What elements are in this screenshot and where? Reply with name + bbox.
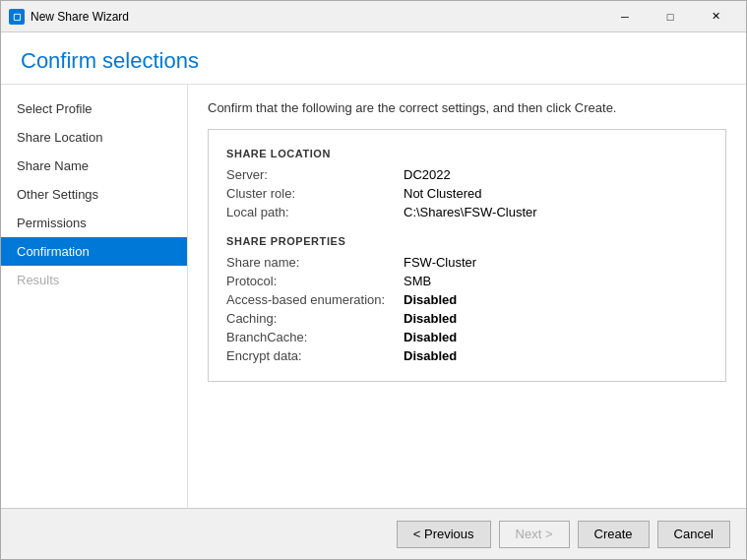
- maximize-button[interactable]: □: [648, 1, 693, 32]
- header-section: Confirm selections: [1, 32, 746, 85]
- create-button[interactable]: Create: [578, 521, 650, 548]
- prop-abe: Access-based enumeration: Disabled: [226, 292, 708, 307]
- prop-server-value: DC2022: [404, 167, 451, 182]
- next-button[interactable]: Next >: [499, 521, 570, 548]
- sidebar-item-select-profile[interactable]: Select Profile: [1, 94, 187, 123]
- prop-server-label: Server:: [226, 167, 404, 182]
- prop-share-name-value: FSW-Cluster: [404, 255, 476, 270]
- prop-encrypt-data-value: Disabled: [404, 348, 457, 363]
- prop-caching-label: Caching:: [226, 311, 404, 326]
- prop-branchcache: BranchCache: Disabled: [226, 330, 708, 344]
- sidebar-item-results: Results: [1, 266, 187, 294]
- prop-caching-value: Disabled: [404, 311, 457, 326]
- wizard-window: ▢ New Share Wizard ─ □ ✕ Confirm selecti…: [0, 0, 747, 560]
- prop-local-path-value: C:\Shares\FSW-Cluster: [404, 205, 537, 219]
- prop-cluster-role-value: Not Clustered: [404, 186, 481, 201]
- prop-protocol: Protocol: SMB: [226, 274, 708, 288]
- sidebar-item-other-settings[interactable]: Other Settings: [1, 180, 187, 209]
- prop-abe-value: Disabled: [404, 292, 457, 307]
- main-body: Select Profile Share Location Share Name…: [1, 85, 746, 508]
- previous-button[interactable]: < Previous: [397, 521, 491, 548]
- prop-share-name-label: Share name:: [226, 255, 404, 270]
- window-controls: ─ □ ✕: [602, 1, 738, 32]
- prop-abe-label: Access-based enumeration:: [226, 292, 404, 307]
- prop-cluster-role: Cluster role: Not Clustered: [226, 186, 708, 201]
- page-title: Confirm selections: [21, 48, 726, 74]
- prop-local-path-label: Local path:: [226, 205, 404, 219]
- prop-encrypt-data-label: Encrypt data:: [226, 348, 404, 363]
- close-button[interactable]: ✕: [693, 1, 738, 32]
- app-icon: ▢: [9, 9, 25, 25]
- confirmation-box: SHARE LOCATION Server: DC2022 Cluster ro…: [208, 129, 726, 382]
- share-properties-header: SHARE PROPERTIES: [226, 235, 708, 247]
- window-title: New Share Wizard: [31, 10, 602, 24]
- prop-server: Server: DC2022: [226, 167, 708, 182]
- prop-local-path: Local path: C:\Shares\FSW-Cluster: [226, 205, 708, 219]
- share-location-header: SHARE LOCATION: [226, 148, 708, 159]
- prop-cluster-role-label: Cluster role:: [226, 186, 404, 201]
- prop-protocol-value: SMB: [404, 274, 431, 288]
- title-bar: ▢ New Share Wizard ─ □ ✕: [1, 1, 746, 32]
- cancel-button[interactable]: Cancel: [657, 521, 730, 548]
- content-area: Confirm selections Select Profile Share …: [1, 32, 746, 559]
- prop-encrypt-data: Encrypt data: Disabled: [226, 348, 708, 363]
- sidebar-item-permissions[interactable]: Permissions: [1, 209, 187, 237]
- sidebar: Select Profile Share Location Share Name…: [1, 85, 188, 508]
- minimize-button[interactable]: ─: [602, 1, 648, 32]
- prop-share-name: Share name: FSW-Cluster: [226, 255, 708, 270]
- sidebar-item-confirmation[interactable]: Confirmation: [1, 237, 187, 266]
- intro-text: Confirm that the following are the corre…: [208, 100, 726, 115]
- footer: < Previous Next > Create Cancel: [1, 508, 746, 559]
- prop-branchcache-label: BranchCache:: [226, 330, 404, 344]
- prop-caching: Caching: Disabled: [226, 311, 708, 326]
- prop-protocol-label: Protocol:: [226, 274, 404, 288]
- sidebar-item-share-location[interactable]: Share Location: [1, 123, 187, 152]
- main-content: Confirm that the following are the corre…: [188, 85, 746, 508]
- sidebar-item-share-name[interactable]: Share Name: [1, 152, 187, 180]
- prop-branchcache-value: Disabled: [404, 330, 457, 344]
